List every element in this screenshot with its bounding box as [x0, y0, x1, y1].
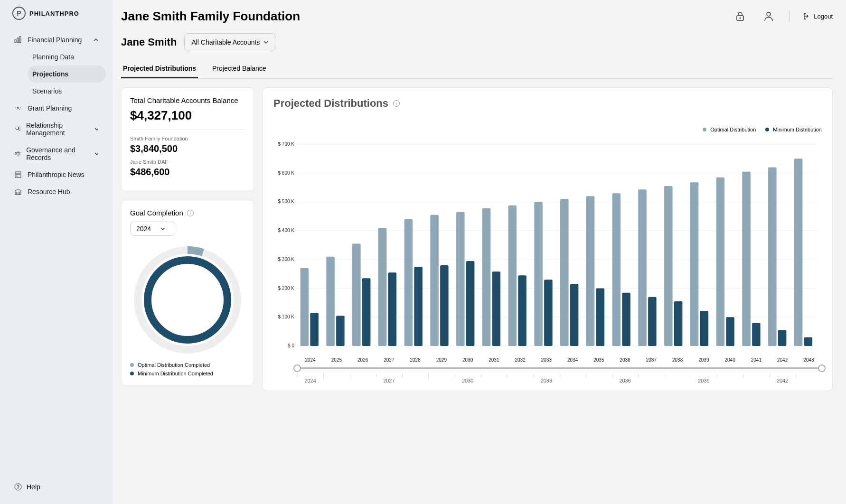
svg-rect-60: [648, 297, 657, 346]
help-icon: ?: [14, 483, 22, 491]
nav-resource-hub[interactable]: Resource Hub: [7, 183, 106, 200]
tab-projected-distributions[interactable]: Projected Distributions: [121, 60, 198, 78]
svg-rect-66: [726, 317, 734, 346]
svg-rect-46: [466, 261, 475, 346]
nav-label: Projections: [32, 70, 68, 78]
logout-icon: [803, 12, 811, 20]
svg-rect-72: [804, 337, 813, 346]
svg-rect-0: [15, 40, 16, 43]
nav-label: Philanthropic News: [28, 171, 85, 178]
svg-rect-47: [482, 208, 491, 346]
logout-button[interactable]: Logout: [803, 12, 833, 20]
svg-rect-37: [352, 243, 361, 346]
svg-rect-51: [534, 202, 543, 346]
svg-rect-41: [404, 219, 413, 346]
tab-projected-balance[interactable]: Projected Balance: [210, 60, 268, 78]
slider-handle-right[interactable]: [818, 364, 826, 372]
svg-point-12: [740, 18, 741, 19]
handshake-icon: [14, 104, 22, 112]
goal-legend: Optimal Distribution Completed Minimum D…: [130, 362, 245, 376]
info-icon[interactable]: i: [187, 210, 194, 216]
svg-text:$ 200 K: $ 200 K: [278, 286, 295, 291]
subaccount-value: $486,600: [130, 167, 245, 177]
svg-rect-33: [301, 268, 309, 346]
building-icon: [14, 188, 22, 196]
account-select[interactable]: All Charitable Accounts: [184, 33, 275, 51]
svg-rect-62: [674, 301, 683, 346]
svg-rect-65: [716, 177, 725, 346]
legend-dot: [130, 363, 134, 367]
tab-label: Projected Distributions: [123, 65, 196, 72]
account-select-label: All Charitable Accounts: [191, 38, 260, 46]
svg-rect-40: [388, 272, 397, 346]
lock-icon: [735, 11, 745, 21]
goal-donut-chart: [133, 245, 242, 355]
subaccount-value: $3,840,500: [130, 143, 245, 154]
svg-rect-39: [378, 228, 387, 346]
svg-rect-69: [768, 168, 777, 346]
svg-rect-53: [560, 199, 569, 346]
chevron-down-icon: [263, 40, 268, 45]
goal-title-text: Goal Completion: [130, 209, 183, 217]
svg-rect-68: [752, 323, 761, 346]
svg-rect-55: [586, 196, 595, 346]
legend-label: Optimal Distribution Completed: [138, 362, 210, 368]
nav-financial-planning[interactable]: Financial Planning: [7, 31, 106, 48]
legend-label: Optimal Distribution: [710, 127, 756, 132]
subaccount-label: Jane Smith DAF: [130, 159, 245, 165]
svg-text:$ 100 K: $ 100 K: [278, 314, 295, 319]
legend-dot: [765, 128, 769, 131]
nav-news[interactable]: Philanthropic News: [7, 166, 106, 183]
legend-label: Minimum Distribution Completed: [138, 371, 213, 376]
svg-text:$ 500 K: $ 500 K: [278, 199, 295, 204]
svg-point-14: [138, 250, 237, 350]
svg-rect-42: [414, 267, 423, 346]
bar-chart: $ 0$ 100 K$ 200 K$ 300 K$ 400 K$ 500 K$ …: [273, 137, 822, 355]
svg-rect-34: [310, 313, 319, 346]
chevron-down-icon: [160, 226, 165, 231]
svg-rect-70: [778, 330, 787, 346]
slider-track: [297, 367, 822, 369]
lock-button[interactable]: [733, 9, 748, 24]
nav-governance[interactable]: Governance and Records: [7, 141, 106, 166]
svg-rect-63: [690, 182, 699, 346]
nav-label: Relationship Management: [26, 121, 89, 137]
nav-planning-data[interactable]: Planning Data: [28, 48, 106, 65]
nav-label: Planning Data: [32, 53, 74, 61]
subaccount-label: Smith Family Foundation: [130, 136, 245, 141]
svg-text:$ 0: $ 0: [288, 343, 294, 348]
goal-year-select[interactable]: 2024: [130, 222, 175, 236]
legend-label: Minimum Distribution: [773, 127, 822, 132]
logo: PHILANTHPRO: [0, 7, 113, 31]
profile-button[interactable]: [761, 9, 776, 24]
help-label: Help: [27, 483, 40, 491]
svg-rect-50: [518, 275, 526, 346]
info-icon[interactable]: i: [393, 100, 400, 107]
svg-point-13: [767, 12, 771, 16]
svg-rect-71: [794, 159, 803, 346]
goal-title: Goal Completion i: [130, 209, 245, 217]
nav-label: Grant Planning: [28, 104, 72, 112]
legend-dot: [130, 372, 134, 375]
nav-grant-planning[interactable]: Grant Planning: [7, 100, 106, 117]
svg-rect-67: [742, 172, 751, 346]
divider: [790, 10, 790, 22]
chevron-down-icon: [94, 127, 98, 131]
nav-relationship-mgmt[interactable]: Relationship Management: [7, 117, 106, 141]
nav-projections[interactable]: Projections: [28, 65, 106, 83]
balance-title: Total Charitable Accounts Balance: [130, 96, 245, 104]
svg-text:?: ?: [17, 485, 19, 490]
logout-label: Logout: [814, 13, 833, 20]
svg-rect-59: [638, 189, 647, 346]
divider: [130, 130, 245, 130]
goal-year-value: 2024: [136, 225, 151, 233]
legend-dot: [703, 128, 706, 131]
slider-handle-left[interactable]: [293, 364, 301, 372]
svg-rect-57: [612, 193, 621, 346]
chevron-up-icon: [94, 37, 98, 42]
users-icon: [14, 125, 20, 133]
nav-scenarios[interactable]: Scenarios: [28, 83, 106, 100]
chart-title: Projected Distributions: [273, 97, 388, 110]
help-link[interactable]: ? Help: [0, 483, 113, 497]
year-range-slider[interactable]: [297, 365, 822, 371]
